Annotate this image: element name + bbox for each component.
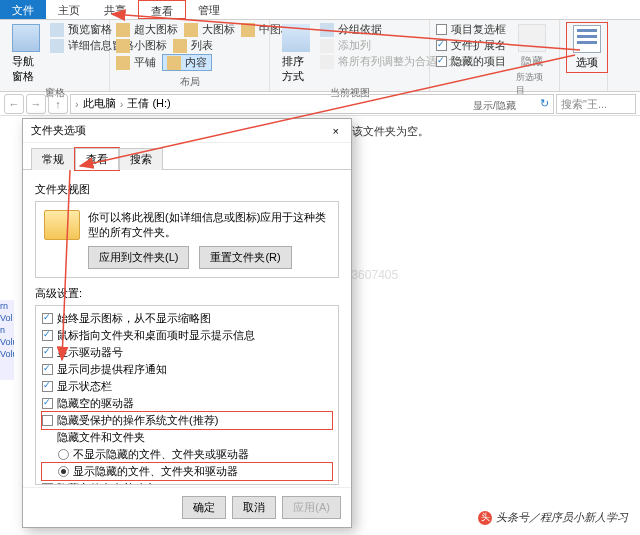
details-pane-icon [50,39,64,53]
checkbox-icon [42,415,53,426]
options-icon [573,25,601,53]
radio-icon [58,449,69,460]
nav-back[interactable]: ← [4,94,24,114]
layout-large[interactable]: 大图标 [184,22,235,37]
ribbon-tabstrip: 文件 主页 共享 查看 管理 [0,0,640,20]
hidden-items[interactable]: 隐藏的项目 [436,54,506,69]
l-icon [184,23,198,37]
group-icon [320,23,334,37]
xl-icon [116,23,130,37]
adv-item[interactable]: 隐藏文件和文件夹 [42,429,332,446]
adv-item[interactable]: 鼠标指向文件夹和桌面项时显示提示信息 [42,327,332,344]
nav-forward[interactable]: → [26,94,46,114]
adv-item[interactable]: 始终显示图标，从不显示缩略图 [42,310,332,327]
adv-item-label: 显示隐藏的文件、文件夹和驱动器 [73,464,238,479]
adv-item[interactable]: 显示同步提供程序通知 [42,361,332,378]
checkbox-icon [42,347,53,358]
tiles-icon [116,56,130,70]
adv-item-label: 隐藏空的驱动器 [57,396,134,411]
adv-item[interactable]: 不显示隐藏的文件、文件夹或驱动器 [42,446,332,463]
adv-item[interactable]: 隐藏空的驱动器 [42,395,332,412]
cropped-drive-labels: rn Vol n Volur Volum [0,300,14,380]
adv-item-label: 显示状态栏 [57,379,112,394]
folder-views-header: 文件夹视图 [35,182,339,197]
list-icon [173,39,187,53]
addcol-icon [320,39,334,53]
folder-options-dialog: 文件夹选项 × 常规 查看 搜索 文件夹视图 你可以将此视图(如详细信息或图标)… [22,118,352,528]
advanced-header: 高级设置: [35,286,339,301]
adv-item[interactable]: 显示驱动器号 [42,344,332,361]
tab-view[interactable]: 查看 [138,0,186,19]
adv-item[interactable]: 隐藏受保护的操作系统文件(推荐) [42,412,332,429]
empty-folder-text: 该文件夹为空。 [352,124,628,139]
layout-extra-large[interactable]: 超大图标 [116,22,178,37]
hide-selected-button[interactable]: 隐藏 所选项目 [510,22,553,99]
sizecol-icon [320,55,334,69]
checkbox-icon [436,24,447,35]
adv-item-label: 隐藏文件和文件夹 [57,430,145,445]
ok-button[interactable]: 确定 [182,496,226,519]
adv-item-label: 始终显示图标，从不显示缩略图 [57,311,211,326]
adv-item-label: 显示同步提供程序通知 [57,362,167,377]
dialog-title: 文件夹选项 [31,123,86,138]
sort-icon [282,24,310,52]
apply-button[interactable]: 应用(A) [282,496,341,519]
checkbox-icon [436,40,447,51]
dlg-tab-search[interactable]: 搜索 [119,148,163,170]
layout-tiles[interactable]: 平铺 [116,54,156,71]
m-icon [241,23,255,37]
reset-folders-button[interactable]: 重置文件夹(R) [199,246,291,269]
adv-item[interactable]: 显示隐藏的文件、文件夹和驱动器 [42,463,332,480]
file-extensions[interactable]: 文件扩展名 [436,38,506,53]
layout-small[interactable]: 小图标 [116,38,167,53]
checkbox-icon [42,398,53,409]
ribbon-body: 导航窗格 预览窗格 详细信息窗格 窗格 超大图标 大图标 中图标 小图标 列表 [0,20,640,92]
content-icon [167,56,181,70]
brand-icon: 头 [478,511,492,525]
checkbox-icon [42,381,53,392]
checkbox-icon [42,330,53,341]
checkbox-icon [436,56,447,67]
breadcrumb-thispc[interactable]: 此电脑 [83,96,116,111]
dialog-close[interactable]: × [329,125,343,137]
radio-icon [58,466,69,477]
cancel-button[interactable]: 取消 [232,496,276,519]
tab-share[interactable]: 共享 [92,0,138,19]
footer-brand: 头 头条号／程序员小新人学习 [478,510,628,525]
apply-to-folders-button[interactable]: 应用到文件夹(L) [88,246,189,269]
layout-list[interactable]: 列表 [173,38,213,53]
nav-pane-icon [12,24,40,52]
folder-views-desc: 你可以将此视图(如详细信息或图标)应用于这种类型的所有文件夹。 [88,210,330,240]
adv-item-label: 隐藏受保护的操作系统文件(推荐) [57,413,218,428]
checkbox-icon [42,364,53,375]
s-icon [116,39,130,53]
adv-item-label: 鼠标指向文件夹和桌面项时显示提示信息 [57,328,255,343]
tab-home[interactable]: 主页 [46,0,92,19]
breadcrumb-drive[interactable]: 王倩 (H:) [127,96,170,111]
layout-content[interactable]: 内容 [162,54,212,71]
nav-pane-label: 导航窗格 [12,54,40,84]
preview-pane-icon [50,23,64,37]
tab-file[interactable]: 文件 [0,0,46,19]
search-input[interactable]: 搜索"王... [556,94,636,114]
hide-icon [518,24,546,52]
adv-item-label: 显示驱动器号 [57,345,123,360]
checkbox-icon [42,313,53,324]
tab-manage[interactable]: 管理 [186,0,232,19]
adv-item-label: 不显示隐藏的文件、文件夹或驱动器 [73,447,249,462]
item-checkboxes[interactable]: 项目复选框 [436,22,506,37]
dlg-tab-view[interactable]: 查看 [75,148,119,170]
nav-pane-button[interactable]: 导航窗格 [6,22,46,86]
group-layout-label: 布局 [116,75,263,89]
folder-icon [44,210,80,240]
advanced-settings-list[interactable]: 始终显示图标，从不显示缩略图鼠标指向文件夹和桌面项时显示提示信息显示驱动器号显示… [35,305,339,485]
breadcrumb[interactable]: › 此电脑 › 王倩 (H:) ↻ [70,94,554,114]
dlg-tab-general[interactable]: 常规 [31,148,75,170]
adv-item[interactable]: 显示状态栏 [42,378,332,395]
sort-button[interactable]: 排序方式 [276,22,316,86]
nav-up[interactable]: ↑ [48,94,68,114]
options-button[interactable]: 选项 [566,22,608,73]
